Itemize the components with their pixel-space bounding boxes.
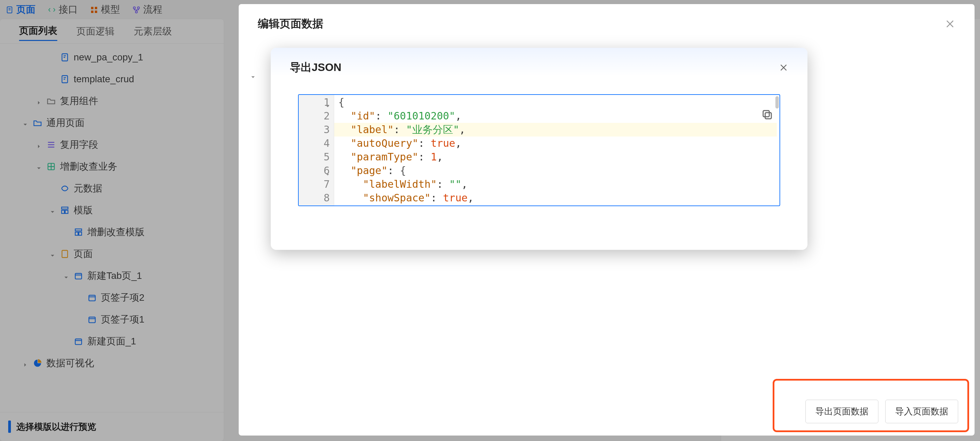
page-tree[interactable]: new_pa_copy_1template_crud复用组件通用页面复用字段增删… bbox=[0, 44, 224, 412]
tree-node[interactable]: 新建页面_1 bbox=[0, 331, 224, 352]
caret-placeholder bbox=[76, 316, 83, 323]
tree-node[interactable]: 增删改查模版 bbox=[0, 221, 224, 243]
modal-close-button[interactable] bbox=[779, 63, 788, 72]
editor-close-button[interactable] bbox=[945, 18, 955, 29]
svg-rect-14 bbox=[65, 210, 68, 213]
svg-point-7 bbox=[135, 11, 137, 13]
tree-node[interactable]: 元数据 bbox=[0, 177, 224, 199]
svg-rect-18 bbox=[62, 251, 67, 258]
caret-placeholder bbox=[63, 229, 70, 235]
tree-node-label: template_crud bbox=[74, 74, 134, 85]
doc-icon bbox=[5, 5, 14, 14]
topnav-api-label: 接口 bbox=[59, 3, 78, 16]
export-page-data-button[interactable]: 导出页面数据 bbox=[805, 400, 878, 423]
export-json-modal: 导出JSON 12345678 { "id": "601010200", "la… bbox=[271, 48, 807, 250]
tree-node[interactable]: 增删改查业务 bbox=[0, 156, 224, 177]
code-line: "showSpace": true, bbox=[338, 191, 775, 205]
tree-node[interactable]: 复用组件 bbox=[0, 90, 224, 112]
topnav-page[interactable]: 页面 bbox=[5, 3, 35, 16]
chevron-right-icon[interactable] bbox=[22, 360, 29, 367]
sidebar-tab-layers[interactable]: 元素层级 bbox=[134, 25, 172, 38]
tree-node[interactable]: 模版 bbox=[0, 199, 224, 221]
chart-icon bbox=[33, 358, 42, 368]
sidebar-tab-logic[interactable]: 页面逻辑 bbox=[76, 25, 115, 38]
accent-bar bbox=[8, 420, 11, 433]
tree-node-label: new_pa_copy_1 bbox=[74, 52, 143, 63]
tree-node[interactable]: 复用字段 bbox=[0, 134, 224, 156]
tree-node[interactable]: 新建Tab页_1 bbox=[0, 265, 224, 287]
topnav-api[interactable]: 接口 bbox=[48, 3, 78, 16]
tab-icon bbox=[87, 293, 97, 302]
svg-rect-2 bbox=[95, 7, 97, 9]
preview-selector[interactable]: 选择模版以进行预览 bbox=[0, 412, 224, 441]
svg-rect-19 bbox=[75, 273, 82, 279]
caret-placeholder bbox=[63, 338, 70, 345]
json-editor[interactable]: 12345678 { "id": "601010200", "label": "… bbox=[298, 94, 780, 206]
modal-title: 导出JSON bbox=[290, 60, 341, 75]
tree-node-label: 元数据 bbox=[74, 182, 102, 195]
list-icon bbox=[46, 140, 56, 150]
topnav-flow-label: 流程 bbox=[143, 3, 162, 16]
code-fold-icon[interactable] bbox=[325, 167, 331, 173]
tree-node-label: 模版 bbox=[74, 204, 93, 217]
tree-node[interactable]: 页面 bbox=[0, 243, 224, 265]
chevron-right-icon[interactable] bbox=[35, 97, 42, 104]
svg-rect-12 bbox=[62, 207, 68, 209]
chevron-down-icon[interactable] bbox=[22, 120, 29, 126]
sidebar-tabs: 页面列表 页面逻辑 元素层级 bbox=[0, 19, 224, 44]
api-icon bbox=[48, 5, 56, 14]
chevron-down-icon[interactable] bbox=[49, 207, 56, 214]
code-line: "autoQuery": true, bbox=[338, 137, 775, 150]
tree-node[interactable]: 页签子项1 bbox=[0, 308, 224, 331]
code-content: { "id": "601010200", "label": "业务分区", "a… bbox=[338, 96, 775, 205]
grid-icon bbox=[90, 5, 98, 14]
tree-node-label: 页面 bbox=[74, 248, 93, 260]
code-line: "label": "业务分区", bbox=[338, 123, 775, 137]
doc-icon bbox=[60, 74, 70, 84]
copy-button[interactable] bbox=[761, 109, 773, 121]
sidebar-panel: 页面列表 页面逻辑 元素层级 new_pa_copy_1template_cru… bbox=[0, 19, 224, 441]
tree-node-label: 通用页面 bbox=[46, 117, 84, 129]
svg-rect-4 bbox=[95, 11, 97, 13]
topnav-model-label: 模型 bbox=[101, 3, 120, 16]
tree-node[interactable]: 通用页面 bbox=[0, 112, 224, 134]
topnav-flow[interactable]: 流程 bbox=[132, 3, 162, 16]
svg-point-6 bbox=[137, 7, 140, 9]
tree-node[interactable]: template_crud bbox=[0, 68, 224, 90]
svg-rect-21 bbox=[89, 317, 95, 323]
tree-node[interactable]: 数据可视化 bbox=[0, 352, 224, 374]
tree-node-label: 新建页面_1 bbox=[87, 335, 136, 348]
chevron-down-icon[interactable] bbox=[49, 251, 56, 257]
tree-node[interactable]: new_pa_copy_1 bbox=[0, 46, 224, 68]
page-icon bbox=[60, 249, 70, 259]
meta-icon bbox=[60, 184, 70, 193]
chevron-down-icon[interactable] bbox=[35, 163, 42, 170]
chevron-down-icon[interactable] bbox=[63, 272, 70, 279]
chevron-down-icon bbox=[250, 72, 256, 79]
code-gutter: 12345678 bbox=[299, 95, 334, 206]
tree-node-label: 复用组件 bbox=[60, 94, 98, 107]
topnav-model[interactable]: 模型 bbox=[90, 3, 120, 16]
tree-node-label: 数据可视化 bbox=[46, 357, 94, 370]
tree-node-label: 复用字段 bbox=[60, 138, 98, 151]
tree-node-label: 增删改查业务 bbox=[60, 160, 117, 173]
svg-rect-22 bbox=[75, 339, 82, 344]
chevron-right-icon[interactable] bbox=[35, 141, 42, 148]
caret-placeholder bbox=[76, 294, 83, 301]
svg-rect-15 bbox=[75, 229, 82, 231]
code-fold-icon[interactable] bbox=[325, 99, 331, 104]
attribute-section-toggle[interactable] bbox=[250, 72, 256, 79]
svg-rect-17 bbox=[79, 232, 81, 235]
preview-selector-label: 选择模版以进行预览 bbox=[16, 421, 96, 433]
code-line: "page": { bbox=[338, 164, 775, 177]
import-page-data-button[interactable]: 导入页面数据 bbox=[885, 400, 958, 423]
flow-icon bbox=[132, 5, 140, 14]
tree-node[interactable]: 页签子项2 bbox=[0, 287, 224, 308]
svg-point-5 bbox=[133, 7, 135, 9]
code-line: { bbox=[338, 96, 775, 109]
sidebar-tab-list[interactable]: 页面列表 bbox=[19, 24, 57, 41]
tab-icon bbox=[87, 315, 97, 324]
cube-icon bbox=[46, 162, 56, 171]
caret-placeholder bbox=[49, 76, 56, 83]
folder-icon bbox=[46, 96, 56, 106]
